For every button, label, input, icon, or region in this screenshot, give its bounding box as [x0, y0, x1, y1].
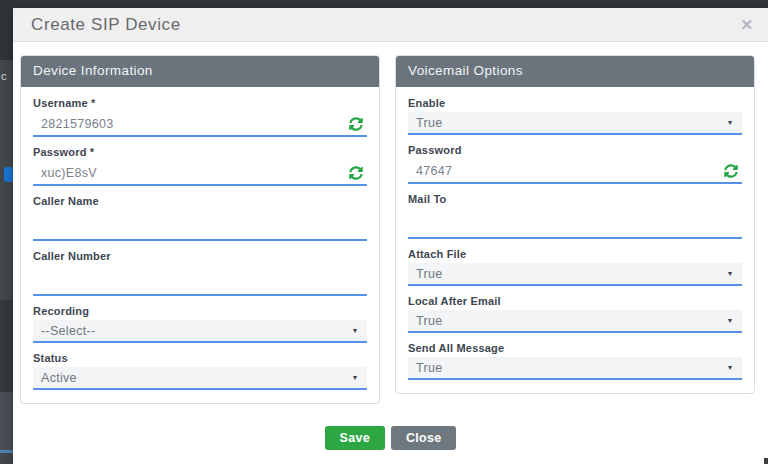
voicemail-options-body: Enable True ▾ Password 47647 [396, 87, 754, 393]
device-information-panel: Device Information Username * 2821579603… [20, 55, 380, 404]
close-button[interactable]: Close [391, 426, 457, 450]
status-field: Status Active ▾ [33, 346, 367, 390]
backdrop-blue-chip [4, 167, 13, 182]
password-field: Password * xuc)E8sV [33, 140, 367, 186]
send-all-message-field: Send All Message True ▾ [408, 336, 742, 380]
refresh-icon[interactable] [349, 117, 363, 131]
chevron-down-icon: ▾ [728, 364, 732, 372]
attach-file-value: True [416, 267, 442, 281]
enable-select[interactable]: True ▾ [408, 112, 742, 135]
backdrop-segment [0, 300, 13, 392]
status-value: Active [41, 371, 77, 385]
local-after-email-select[interactable]: True ▾ [408, 310, 742, 333]
username-value: 2821579603 [41, 117, 114, 131]
recording-label: Recording [33, 299, 367, 320]
voicemail-options-header: Voicemail Options [396, 56, 754, 87]
backdrop-corner [764, 458, 768, 464]
password-input[interactable]: xuc)E8sV [33, 161, 367, 186]
caller-name-input[interactable] [33, 210, 367, 241]
recording-field: Recording --Select-- ▾ [33, 299, 367, 343]
local-after-email-label: Local After Email [408, 289, 742, 310]
send-all-message-value: True [416, 361, 442, 375]
mail-to-input[interactable] [408, 208, 742, 239]
create-sip-device-modal: Create SIP Device ✕ Device Information U… [13, 8, 768, 464]
backdrop-sidebar: c [0, 0, 13, 464]
chevron-down-icon: ▾ [728, 119, 732, 127]
attach-file-field: Attach File True ▾ [408, 242, 742, 286]
modal-title: Create SIP Device [31, 15, 181, 35]
backdrop-segment [0, 0, 13, 60]
caller-number-label: Caller Number [33, 244, 367, 265]
attach-file-label: Attach File [408, 242, 742, 263]
chevron-down-icon: ▾ [728, 317, 732, 325]
recording-value: --Select-- [41, 324, 95, 338]
send-all-message-select[interactable]: True ▾ [408, 357, 742, 380]
username-field: Username * 2821579603 [33, 91, 367, 137]
chevron-down-icon: ▾ [353, 374, 357, 382]
enable-field: Enable True ▾ [408, 91, 742, 135]
caller-name-label: Caller Name [33, 189, 367, 210]
save-button[interactable]: Save [325, 426, 385, 450]
recording-select[interactable]: --Select-- ▾ [33, 320, 367, 343]
modal-header: Create SIP Device ✕ [13, 8, 768, 42]
password-value: xuc)E8sV [41, 166, 97, 180]
close-icon[interactable]: ✕ [740, 17, 753, 32]
caller-number-input[interactable] [33, 265, 367, 296]
vm-password-label: Password [408, 138, 742, 159]
status-select[interactable]: Active ▾ [33, 367, 367, 390]
send-all-message-label: Send All Message [408, 336, 742, 357]
refresh-icon[interactable] [724, 164, 738, 178]
backdrop-sidebar-text: c [1, 70, 7, 82]
modal-body: Device Information Username * 2821579603… [13, 42, 768, 404]
modal-footer: Save Close [13, 426, 768, 450]
local-after-email-value: True [416, 314, 442, 328]
chevron-down-icon: ▾ [353, 327, 357, 335]
vm-password-input[interactable]: 47647 [408, 159, 742, 184]
device-information-header: Device Information [21, 56, 379, 87]
chevron-down-icon: ▾ [728, 270, 732, 278]
enable-value: True [416, 116, 442, 130]
enable-label: Enable [408, 91, 742, 112]
caller-number-field: Caller Number [33, 244, 367, 296]
vm-password-field: Password 47647 [408, 138, 742, 184]
mail-to-field: Mail To [408, 187, 742, 239]
backdrop-segment [0, 392, 13, 450]
username-input[interactable]: 2821579603 [33, 112, 367, 137]
caller-name-field: Caller Name [33, 189, 367, 241]
backdrop-segment [0, 450, 13, 453]
vm-password-value: 47647 [416, 164, 452, 178]
username-label: Username * [33, 91, 367, 112]
mail-to-label: Mail To [408, 187, 742, 208]
attach-file-select[interactable]: True ▾ [408, 263, 742, 286]
local-after-email-field: Local After Email True ▾ [408, 289, 742, 333]
backdrop-top-band [0, 0, 768, 8]
status-label: Status [33, 346, 367, 367]
device-information-body: Username * 2821579603 Password * xuc)E8s… [21, 87, 379, 403]
refresh-icon[interactable] [349, 166, 363, 180]
password-label: Password * [33, 140, 367, 161]
voicemail-options-panel: Voicemail Options Enable True ▾ Password… [395, 55, 755, 394]
